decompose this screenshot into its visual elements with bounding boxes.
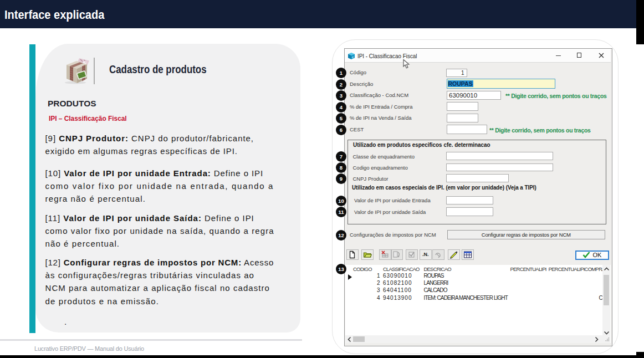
svg-text:c: c [352, 55, 354, 59]
